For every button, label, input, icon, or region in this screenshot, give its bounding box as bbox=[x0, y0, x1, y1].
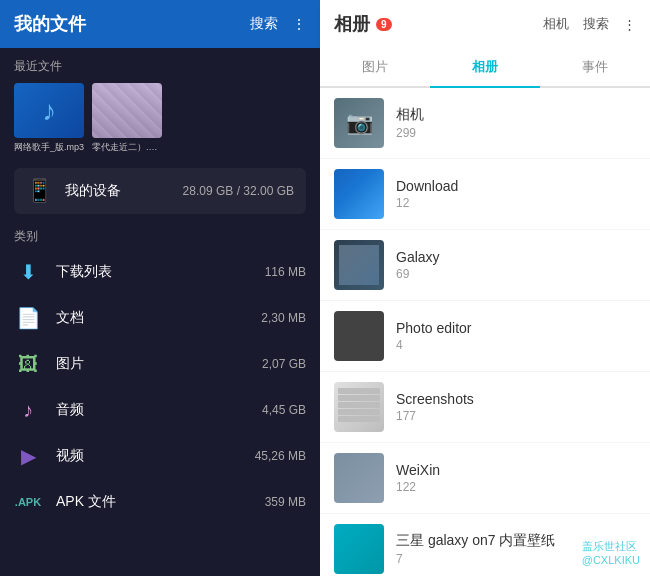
cat-image-name: 图片 bbox=[56, 355, 248, 373]
album-thumb-download bbox=[334, 169, 384, 219]
apk-icon: .APK bbox=[14, 488, 42, 516]
cat-apk-size: 359 MB bbox=[265, 495, 306, 509]
right-panel: 相册 9 相机 搜索 ⋮ 图片 相册 事件 📷 相机 299 Download bbox=[320, 0, 650, 576]
device-size: 28.09 GB / 32.00 GB bbox=[183, 184, 294, 198]
cat-apk-name: APK 文件 bbox=[56, 493, 251, 511]
category-download[interactable]: ⬇ 下载列表 116 MB bbox=[0, 249, 320, 295]
cat-download-name: 下载列表 bbox=[56, 263, 251, 281]
image-icon: 🖼 bbox=[14, 350, 42, 378]
thumb-mp3[interactable]: ♪ 网络歌手_版.mp3 bbox=[14, 83, 84, 154]
device-label: 我的设备 bbox=[65, 182, 171, 200]
category-image[interactable]: 🖼 图片 2,07 GB bbox=[0, 341, 320, 387]
album-name-galaxy: Galaxy bbox=[396, 249, 636, 265]
category-doc[interactable]: 📄 文档 2,30 MB bbox=[0, 295, 320, 341]
download-icon: ⬇ bbox=[14, 258, 42, 286]
camera-action[interactable]: 相机 bbox=[543, 15, 569, 33]
left-panel: 我的文件 搜索 ⋮ 最近文件 ♪ 网络歌手_版.mp3 零代走近二）.mp4 📱 bbox=[0, 0, 320, 576]
category-list: ⬇ 下载列表 116 MB 📄 文档 2,30 MB 🖼 图片 2,07 GB … bbox=[0, 249, 320, 576]
screen-line-1 bbox=[338, 388, 380, 394]
album-count-photo-editor: 4 bbox=[396, 338, 636, 352]
album-name-camera: 相机 bbox=[396, 106, 636, 124]
album-info-samsung: 三星 galaxy on7 内置壁纸 7 bbox=[396, 532, 636, 566]
album-thumb-galaxy bbox=[334, 240, 384, 290]
album-name-screenshots: Screenshots bbox=[396, 391, 636, 407]
category-apk[interactable]: .APK APK 文件 359 MB bbox=[0, 479, 320, 525]
camera-thumb-icon: 📷 bbox=[346, 110, 373, 136]
screens-pattern bbox=[338, 386, 380, 424]
cat-audio-name: 音频 bbox=[56, 401, 248, 419]
album-thumb-camera: 📷 bbox=[334, 98, 384, 148]
album-info-photo-editor: Photo editor 4 bbox=[396, 320, 636, 352]
album-name-samsung: 三星 galaxy on7 内置壁纸 bbox=[396, 532, 636, 550]
thumb-mp3-name: 网络歌手_版.mp3 bbox=[14, 141, 84, 154]
more-icon[interactable]: ⋮ bbox=[292, 16, 306, 32]
album-name-download: Download bbox=[396, 178, 636, 194]
thumb-img-box bbox=[92, 83, 162, 138]
album-thumb-screenshots bbox=[334, 382, 384, 432]
album-name-photo-editor: Photo editor bbox=[396, 320, 636, 336]
album-info-camera: 相机 299 bbox=[396, 106, 636, 140]
screen-line-5 bbox=[338, 416, 380, 422]
album-badge: 9 bbox=[376, 18, 392, 31]
album-count-screenshots: 177 bbox=[396, 409, 636, 423]
thumb-img[interactable]: 零代走近二）.mp4 bbox=[92, 83, 162, 154]
thumb-img-name: 零代走近二）.mp4 bbox=[92, 141, 162, 154]
album-list: 📷 相机 299 Download 12 Galaxy 69 Ph bbox=[320, 88, 650, 576]
category-audio[interactable]: ♪ 音频 4,45 GB bbox=[0, 387, 320, 433]
right-title: 相册 bbox=[334, 12, 370, 36]
thumb-mp3-box: ♪ bbox=[14, 83, 84, 138]
cat-video-name: 视频 bbox=[56, 447, 241, 465]
device-icon: 📱 bbox=[26, 178, 53, 204]
album-info-galaxy: Galaxy 69 bbox=[396, 249, 636, 281]
category-video[interactable]: ▶ 视频 45,26 MB bbox=[0, 433, 320, 479]
album-thumb-samsung bbox=[334, 524, 384, 574]
tab-albums[interactable]: 相册 bbox=[430, 48, 540, 88]
cat-doc-size: 2,30 MB bbox=[261, 311, 306, 325]
thumb-img-content bbox=[92, 83, 162, 138]
cat-audio-size: 4,45 GB bbox=[262, 403, 306, 417]
screen-line-3 bbox=[338, 402, 380, 408]
album-item-screenshots[interactable]: Screenshots 177 bbox=[320, 372, 650, 442]
album-count-galaxy: 69 bbox=[396, 267, 636, 281]
search-action[interactable]: 搜索 bbox=[583, 15, 609, 33]
album-item-samsung[interactable]: 三星 galaxy on7 内置壁纸 7 bbox=[320, 514, 650, 576]
album-item-weixin[interactable]: WeiXin 122 bbox=[320, 443, 650, 513]
screen-line-4 bbox=[338, 409, 380, 415]
right-header-actions: 相机 搜索 ⋮ bbox=[543, 15, 636, 33]
category-section-label: 类别 bbox=[0, 222, 320, 249]
more-action[interactable]: ⋮ bbox=[623, 17, 636, 32]
cat-doc-name: 文档 bbox=[56, 309, 247, 327]
device-row[interactable]: 📱 我的设备 28.09 GB / 32.00 GB bbox=[14, 168, 306, 214]
left-header-icons: 搜索 ⋮ bbox=[250, 15, 306, 33]
album-item-photo-editor[interactable]: Photo editor 4 bbox=[320, 301, 650, 371]
album-count-weixin: 122 bbox=[396, 480, 636, 494]
search-button[interactable]: 搜索 bbox=[250, 15, 278, 33]
tab-images[interactable]: 图片 bbox=[320, 48, 430, 88]
recent-thumbnails: ♪ 网络歌手_版.mp3 零代走近二）.mp4 bbox=[14, 83, 306, 154]
album-info-screenshots: Screenshots 177 bbox=[396, 391, 636, 423]
album-count-samsung: 7 bbox=[396, 552, 636, 566]
cat-video-size: 45,26 MB bbox=[255, 449, 306, 463]
cat-download-size: 116 MB bbox=[265, 265, 306, 279]
recent-files-section: 最近文件 ♪ 网络歌手_版.mp3 零代走近二）.mp4 bbox=[0, 48, 320, 160]
right-title-wrap: 相册 9 bbox=[334, 12, 392, 36]
doc-icon: 📄 bbox=[14, 304, 42, 332]
album-thumb-weixin bbox=[334, 453, 384, 503]
album-item-galaxy[interactable]: Galaxy 69 bbox=[320, 230, 650, 300]
album-count-camera: 299 bbox=[396, 126, 636, 140]
left-title: 我的文件 bbox=[14, 12, 86, 36]
album-item-download[interactable]: Download 12 bbox=[320, 159, 650, 229]
album-thumb-photo-editor bbox=[334, 311, 384, 361]
right-header: 相册 9 相机 搜索 ⋮ bbox=[320, 0, 650, 48]
album-item-camera[interactable]: 📷 相机 299 bbox=[320, 88, 650, 158]
audio-icon: ♪ bbox=[14, 396, 42, 424]
album-info-weixin: WeiXin 122 bbox=[396, 462, 636, 494]
video-icon: ▶ bbox=[14, 442, 42, 470]
music-icon: ♪ bbox=[42, 95, 56, 127]
album-info-download: Download 12 bbox=[396, 178, 636, 210]
recent-label: 最近文件 bbox=[14, 58, 306, 75]
album-name-weixin: WeiXin bbox=[396, 462, 636, 478]
tab-events[interactable]: 事件 bbox=[540, 48, 650, 88]
left-header: 我的文件 搜索 ⋮ bbox=[0, 0, 320, 48]
right-tabs: 图片 相册 事件 bbox=[320, 48, 650, 88]
